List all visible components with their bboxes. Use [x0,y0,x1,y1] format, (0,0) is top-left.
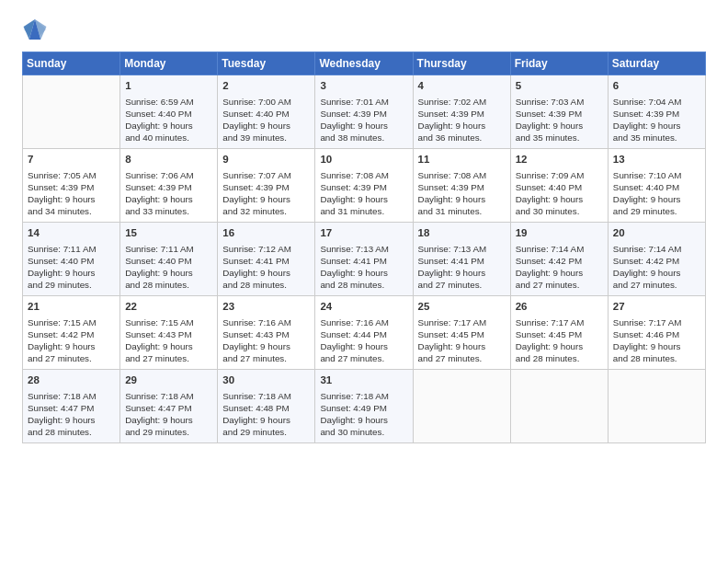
day-number: 17 [320,226,407,241]
calendar-day-17: 17Sunrise: 7:13 AMSunset: 4:41 PMDayligh… [315,223,413,296]
calendar-day-24: 24Sunrise: 7:16 AMSunset: 4:44 PMDayligh… [315,296,413,370]
day-info: Sunrise: 7:13 AMSunset: 4:41 PMDaylight:… [418,243,506,292]
calendar-day-empty [608,370,705,443]
day-number: 30 [222,373,310,388]
day-number: 26 [516,300,603,315]
day-number: 23 [222,300,310,315]
calendar-day-28: 28Sunrise: 7:18 AMSunset: 4:47 PMDayligh… [23,370,120,443]
calendar-day-11: 11Sunrise: 7:08 AMSunset: 4:39 PMDayligh… [413,149,510,223]
day-header-tuesday: Tuesday [218,52,315,75]
day-info: Sunrise: 7:11 AMSunset: 4:40 PMDaylight:… [28,243,115,292]
day-info: Sunrise: 7:04 AMSunset: 4:39 PMDaylight:… [613,96,700,144]
calendar-day-3: 3Sunrise: 7:01 AMSunset: 4:39 PMDaylight… [315,75,413,149]
day-info: Sunrise: 7:15 AMSunset: 4:42 PMDaylight:… [28,316,115,365]
calendar-day-2: 2Sunrise: 7:00 AMSunset: 4:40 PMDaylight… [218,75,315,149]
day-number: 9 [222,153,310,167]
page: SundayMondayTuesdayWednesdayThursdayFrid… [0,0,728,563]
day-info: Sunrise: 7:11 AMSunset: 4:40 PMDaylight:… [125,243,212,292]
day-info: Sunrise: 7:18 AMSunset: 4:48 PMDaylight:… [222,390,310,439]
calendar-day-empty [23,75,120,149]
day-number: 14 [28,226,115,241]
day-number: 7 [28,153,115,167]
calendar-day-22: 22Sunrise: 7:15 AMSunset: 4:43 PMDayligh… [120,296,218,370]
day-info: Sunrise: 7:17 AMSunset: 4:45 PMDaylight:… [418,316,506,365]
calendar-day-14: 14Sunrise: 7:11 AMSunset: 4:40 PMDayligh… [23,223,120,296]
day-number: 16 [222,226,310,241]
day-number: 31 [320,373,407,388]
calendar-table: SundayMondayTuesdayWednesdayThursdayFrid… [22,52,706,443]
day-info: Sunrise: 7:03 AMSunset: 4:39 PMDaylight:… [516,96,603,144]
day-header-saturday: Saturday [608,52,705,75]
calendar-day-18: 18Sunrise: 7:13 AMSunset: 4:41 PMDayligh… [413,223,510,296]
calendar-day-13: 13Sunrise: 7:10 AMSunset: 4:40 PMDayligh… [608,149,705,223]
day-number: 21 [28,300,115,315]
day-info: Sunrise: 7:00 AMSunset: 4:40 PMDaylight:… [222,96,310,144]
logo [22,17,51,42]
day-info: Sunrise: 7:14 AMSunset: 4:42 PMDaylight:… [516,243,603,292]
day-number: 18 [418,226,506,241]
day-number: 22 [125,300,212,315]
calendar-day-12: 12Sunrise: 7:09 AMSunset: 4:40 PMDayligh… [510,149,608,223]
calendar-day-9: 9Sunrise: 7:07 AMSunset: 4:39 PMDaylight… [218,149,315,223]
day-info: Sunrise: 7:18 AMSunset: 4:49 PMDaylight:… [320,390,407,439]
calendar-day-27: 27Sunrise: 7:17 AMSunset: 4:46 PMDayligh… [608,296,705,370]
day-info: Sunrise: 7:08 AMSunset: 4:39 PMDaylight:… [320,169,407,218]
day-info: Sunrise: 7:02 AMSunset: 4:39 PMDaylight:… [418,96,506,144]
day-number: 8 [125,153,212,167]
day-number: 12 [516,153,603,167]
calendar-day-21: 21Sunrise: 7:15 AMSunset: 4:42 PMDayligh… [23,296,120,370]
calendar-day-8: 8Sunrise: 7:06 AMSunset: 4:39 PMDaylight… [120,149,218,223]
calendar-week-3: 14Sunrise: 7:11 AMSunset: 4:40 PMDayligh… [23,223,706,296]
day-number: 5 [516,79,603,94]
day-number: 2 [222,79,310,94]
day-number: 11 [418,153,506,167]
day-info: Sunrise: 7:18 AMSunset: 4:47 PMDaylight:… [125,390,212,439]
day-number: 20 [613,226,700,241]
calendar-day-empty [413,370,510,443]
day-info: Sunrise: 6:59 AMSunset: 4:40 PMDaylight:… [125,96,212,144]
calendar-week-1: 1Sunrise: 6:59 AMSunset: 4:40 PMDaylight… [23,75,706,149]
calendar-day-30: 30Sunrise: 7:18 AMSunset: 4:48 PMDayligh… [218,370,315,443]
calendar-day-26: 26Sunrise: 7:17 AMSunset: 4:45 PMDayligh… [510,296,608,370]
day-info: Sunrise: 7:18 AMSunset: 4:47 PMDaylight:… [28,390,115,439]
calendar-day-16: 16Sunrise: 7:12 AMSunset: 4:41 PMDayligh… [218,223,315,296]
calendar-day-20: 20Sunrise: 7:14 AMSunset: 4:42 PMDayligh… [608,223,705,296]
day-number: 15 [125,226,212,241]
calendar-day-15: 15Sunrise: 7:11 AMSunset: 4:40 PMDayligh… [120,223,218,296]
calendar-day-5: 5Sunrise: 7:03 AMSunset: 4:39 PMDaylight… [510,75,608,149]
day-info: Sunrise: 7:12 AMSunset: 4:41 PMDaylight:… [222,243,310,292]
calendar-header-row: SundayMondayTuesdayWednesdayThursdayFrid… [23,52,706,75]
day-number: 29 [125,373,212,388]
day-info: Sunrise: 7:08 AMSunset: 4:39 PMDaylight:… [418,169,506,218]
day-info: Sunrise: 7:10 AMSunset: 4:40 PMDaylight:… [613,169,700,218]
calendar-day-6: 6Sunrise: 7:04 AMSunset: 4:39 PMDaylight… [608,75,705,149]
calendar-day-31: 31Sunrise: 7:18 AMSunset: 4:49 PMDayligh… [315,370,413,443]
calendar-day-23: 23Sunrise: 7:16 AMSunset: 4:43 PMDayligh… [218,296,315,370]
calendar-day-25: 25Sunrise: 7:17 AMSunset: 4:45 PMDayligh… [413,296,510,370]
day-number: 24 [320,300,407,315]
day-info: Sunrise: 7:06 AMSunset: 4:39 PMDaylight:… [125,169,212,218]
day-number: 27 [613,300,700,315]
day-info: Sunrise: 7:01 AMSunset: 4:39 PMDaylight:… [320,96,407,144]
day-info: Sunrise: 7:16 AMSunset: 4:44 PMDaylight:… [320,316,407,365]
calendar-day-1: 1Sunrise: 6:59 AMSunset: 4:40 PMDaylight… [120,75,218,149]
calendar-day-10: 10Sunrise: 7:08 AMSunset: 4:39 PMDayligh… [315,149,413,223]
day-header-wednesday: Wednesday [315,52,413,75]
day-header-friday: Friday [510,52,608,75]
calendar-week-4: 21Sunrise: 7:15 AMSunset: 4:42 PMDayligh… [23,296,706,370]
day-info: Sunrise: 7:16 AMSunset: 4:43 PMDaylight:… [222,316,310,365]
day-info: Sunrise: 7:15 AMSunset: 4:43 PMDaylight:… [125,316,212,365]
day-number: 19 [516,226,603,241]
day-info: Sunrise: 7:14 AMSunset: 4:42 PMDaylight:… [613,243,700,292]
day-header-monday: Monday [120,52,218,75]
day-number: 10 [320,153,407,167]
logo-icon [22,17,48,42]
day-info: Sunrise: 7:09 AMSunset: 4:40 PMDaylight:… [516,169,603,218]
calendar-day-7: 7Sunrise: 7:05 AMSunset: 4:39 PMDaylight… [23,149,120,223]
day-info: Sunrise: 7:17 AMSunset: 4:46 PMDaylight:… [613,316,700,365]
calendar-day-29: 29Sunrise: 7:18 AMSunset: 4:47 PMDayligh… [120,370,218,443]
day-info: Sunrise: 7:05 AMSunset: 4:39 PMDaylight:… [28,169,115,218]
day-number: 28 [28,373,115,388]
day-info: Sunrise: 7:07 AMSunset: 4:39 PMDaylight:… [222,169,310,218]
header [22,17,706,42]
